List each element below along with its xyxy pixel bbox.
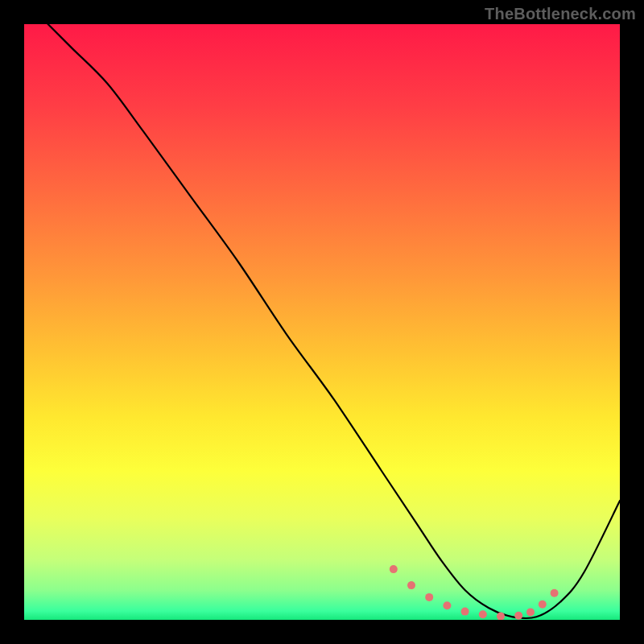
- highlight-dots: [390, 565, 559, 620]
- highlight-dot: [390, 565, 398, 573]
- chart-frame: TheBottleneck.com: [0, 0, 644, 644]
- highlight-dot: [497, 613, 505, 620]
- curve-layer: [24, 24, 620, 620]
- plot-area: [24, 24, 620, 620]
- highlight-dot: [461, 608, 469, 616]
- highlight-dot: [539, 601, 547, 609]
- highlight-dot: [514, 612, 522, 620]
- highlight-dot: [526, 608, 535, 616]
- highlight-dot: [425, 593, 433, 601]
- highlight-dot: [443, 601, 451, 609]
- bottleneck-curve: [48, 24, 620, 618]
- highlight-dot: [551, 589, 559, 597]
- highlight-dot: [407, 581, 415, 589]
- attribution-text: TheBottleneck.com: [485, 5, 636, 23]
- highlight-dot: [479, 610, 487, 618]
